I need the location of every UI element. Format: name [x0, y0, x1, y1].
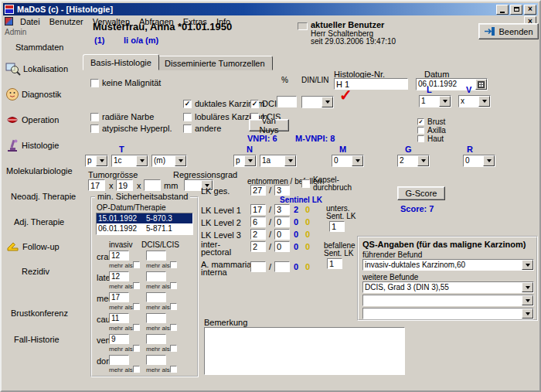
caudal-invasiv-input[interactable]: [109, 313, 129, 323]
dropdown-button[interactable]: [322, 97, 333, 107]
tab-disseminierte-tumorzellen[interactable]: Disseminierte Tumorzellen: [157, 56, 273, 70]
n-select[interactable]: 1a: [260, 155, 297, 167]
t-select[interactable]: 1c: [111, 155, 148, 167]
dorsal-dcis-input[interactable]: [146, 355, 166, 365]
kapseldurchbruch-checkbox[interactable]: [301, 179, 310, 188]
lk-ges-befallen-input[interactable]: [274, 185, 290, 196]
dinlin-select[interactable]: [301, 96, 334, 108]
keine-malignitaet-checkbox[interactable]: keine Malignität: [90, 78, 161, 87]
r-select[interactable]: 0: [463, 155, 495, 167]
lk1-entnommen-input[interactable]: [250, 204, 266, 215]
sidebar-item-diagnostik[interactable]: Diagnostik: [2, 86, 83, 103]
calendar-button[interactable]: [475, 79, 487, 90]
medial-dcis-input[interactable]: [146, 292, 166, 302]
op-list[interactable]: 15.01.19925-870.3 06.01.19925-871.1: [96, 213, 193, 235]
sidebar-item-fall-historie[interactable]: Fall-Historie: [2, 331, 83, 348]
mehr-als-checkbox[interactable]: [133, 282, 140, 289]
tab-basis-histologie[interactable]: Basis-Histologie: [83, 54, 159, 70]
weitere-befunde-select-3[interactable]: [362, 308, 534, 319]
g-score-button[interactable]: G-Score: [397, 186, 445, 200]
dropdown-button[interactable]: [417, 155, 429, 166]
lk2-entnommen-input[interactable]: [250, 216, 266, 227]
dcis-percent-input[interactable]: [277, 96, 297, 107]
ventral-invasiv-input[interactable]: [109, 334, 129, 344]
medial-invasiv-input[interactable]: [109, 292, 129, 302]
mehr-als-checkbox[interactable]: [170, 282, 177, 289]
m-select[interactable]: 0: [332, 155, 364, 167]
mehr-als-checkbox[interactable]: [133, 261, 140, 268]
g-select[interactable]: 2: [397, 155, 430, 167]
n-prefix-select[interactable]: p: [233, 155, 257, 167]
radiaere-narbe-checkbox[interactable]: radiäre Narbe: [90, 112, 154, 121]
t-prefix-select[interactable]: p: [85, 155, 108, 167]
dropdown-button[interactable]: [244, 155, 256, 166]
sidebar-item-adj-therapie[interactable]: Adj. Therapie: [2, 213, 83, 230]
haut-checkbox[interactable]: Haut: [417, 135, 444, 143]
lk1-befallen-input[interactable]: [274, 204, 290, 215]
mehr-als-checkbox[interactable]: [133, 324, 140, 331]
dropdown-button[interactable]: [352, 155, 363, 166]
l-select[interactable]: 1: [419, 95, 451, 107]
lk3-befallen-input[interactable]: [274, 229, 290, 240]
lk-ges-entnommen-input[interactable]: [250, 185, 266, 196]
atypische-hyperpl-checkbox[interactable]: atypische Hyperpl.: [90, 124, 172, 133]
dropdown-button[interactable]: [478, 96, 490, 107]
unters-sent-input[interactable]: [329, 221, 345, 232]
mammaria-entnommen-input[interactable]: [250, 261, 266, 272]
van-nuys-button[interactable]: van Nuys: [249, 119, 289, 131]
mehr-als-checkbox[interactable]: [170, 366, 177, 373]
sidebar-item-histologie[interactable]: Histologie: [2, 137, 83, 154]
dropdown-button[interactable]: [522, 295, 533, 305]
sidebar-item-neoadj-therapie[interactable]: Neoadj. Therapie: [2, 188, 83, 205]
mammaria-befallen-input[interactable]: [274, 261, 290, 272]
bemerkung-textarea[interactable]: [204, 327, 405, 375]
list-item[interactable]: 06.01.19925-871.1: [97, 223, 192, 233]
sidebar-item-molekularbiologie[interactable]: Molekularbiologie: [2, 162, 83, 179]
dropdown-button[interactable]: [284, 155, 296, 166]
befallene-sent-input[interactable]: [327, 258, 342, 269]
dropdown-button[interactable]: [522, 308, 533, 319]
dropdown-button[interactable]: [175, 155, 186, 166]
sidebar-item-follow-up[interactable]: Follow-up: [2, 238, 83, 255]
sidebar-item-brustkonferenz[interactable]: Brustkonferenz: [2, 305, 83, 322]
interpectoral-befallen-input[interactable]: [274, 241, 290, 252]
sidebar-item-operation[interactable]: Operation: [2, 111, 83, 128]
dropdown-button[interactable]: [522, 260, 533, 270]
caudal-dcis-input[interactable]: [146, 313, 166, 323]
minimize-button[interactable]: [496, 5, 509, 15]
mehr-als-checkbox[interactable]: [170, 303, 177, 310]
t-multi-select[interactable]: (m): [151, 155, 187, 167]
brust-checkbox[interactable]: ✓ Brust: [417, 118, 445, 126]
tumorgroesse-1-input[interactable]: [88, 179, 105, 191]
dropdown-button[interactable]: [439, 96, 451, 107]
sidebar-item-lokalisation[interactable]: Lokalisation: [2, 60, 83, 77]
weitere-befunde-select-2[interactable]: [362, 295, 534, 306]
dropdown-button[interactable]: [136, 155, 148, 166]
beenden-button[interactable]: Beenden: [478, 23, 539, 39]
restore-button[interactable]: [510, 5, 522, 15]
menu-benutzer[interactable]: Benutzer: [45, 16, 88, 27]
sidebar-item-stammdaten[interactable]: Stammdaten: [2, 39, 83, 56]
tumorgroesse-2-input[interactable]: [116, 179, 133, 191]
ventral-dcis-input[interactable]: [146, 334, 166, 344]
mehr-als-checkbox[interactable]: [170, 345, 177, 352]
interpectoral-entnommen-input[interactable]: [250, 241, 266, 252]
mehr-als-checkbox[interactable]: [133, 303, 140, 310]
lateral-invasiv-input[interactable]: [109, 271, 129, 281]
weitere-befunde-select-1[interactable]: DCIS, Grad 3 (DIN 3),55: [362, 281, 534, 293]
dropdown-button[interactable]: [522, 282, 533, 292]
sidebar-item-rezidiv[interactable]: Rezidiv: [2, 263, 83, 280]
mehr-als-checkbox[interactable]: [133, 366, 140, 373]
lateral-dcis-input[interactable]: [146, 271, 166, 281]
cranial-dcis-input[interactable]: [146, 251, 166, 261]
dropdown-button[interactable]: [483, 155, 495, 166]
v-select[interactable]: x: [458, 95, 491, 107]
list-item[interactable]: 15.01.19925-870.3: [97, 213, 192, 223]
fuehrender-befund-select[interactable]: invasiv-duktales Karzinom,60: [362, 259, 534, 271]
cranial-invasiv-input[interactable]: [109, 251, 129, 261]
close-button[interactable]: ×: [524, 5, 536, 15]
axilla-checkbox[interactable]: Axilla: [417, 126, 446, 135]
mehr-als-checkbox[interactable]: [170, 261, 177, 268]
mehr-als-checkbox[interactable]: [133, 345, 140, 352]
menu-datei[interactable]: Datei: [15, 16, 45, 27]
